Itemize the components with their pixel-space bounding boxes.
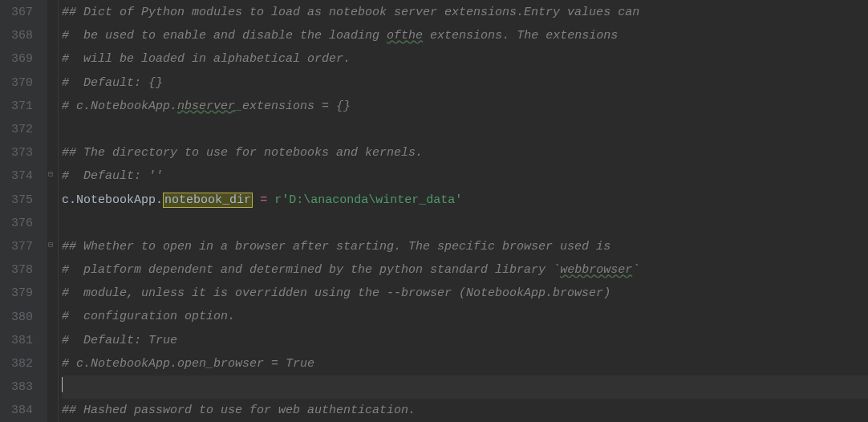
comment-text: # c.NotebookApp.open_browser = True	[62, 357, 314, 371]
code-editor[interactable]: 3673683693703713723733743753763773783793…	[0, 0, 868, 422]
identifier: NotebookApp	[76, 193, 156, 207]
comment-text: # module, unless it is overridden using …	[62, 286, 610, 300]
comment-text: # be used to enable and disable the load…	[62, 29, 618, 43]
code-line[interactable]	[62, 212, 868, 235]
line-number: 375	[11, 189, 33, 212]
code-line[interactable]: # platform dependent and determined by t…	[62, 258, 868, 282]
code-line[interactable]: ## Hashed password to use for web authen…	[62, 399, 868, 422]
line-number: 378	[11, 258, 33, 282]
comment-text: # Default: True	[62, 334, 177, 347]
comment-text: ## Dict of Python modules to load as not…	[62, 6, 639, 19]
string-literal: D:\anaconda\winter_data	[289, 193, 455, 207]
fold-marker-icon[interactable]: ⊟	[48, 241, 53, 250]
code-line[interactable]: # configuration option.	[62, 305, 868, 328]
comment-text: # will be loaded in alphabetical order.	[62, 52, 351, 66]
code-line[interactable]: # Default: ''	[62, 164, 868, 188]
line-number: 384	[11, 399, 33, 422]
comment-text: ## Whether to open in a browser after st…	[62, 240, 610, 254]
fold-column[interactable]: ⊟⊟	[47, 0, 59, 422]
line-number: 370	[11, 71, 33, 95]
comment-text: # c.NotebookApp.nbserver_extensions = {}	[62, 99, 351, 113]
fold-marker-icon[interactable]: ⊟	[48, 171, 53, 179]
line-number: 368	[11, 24, 33, 47]
code-line[interactable]: # be used to enable and disable the load…	[62, 24, 868, 47]
line-number-gutter: 3673683693703713723733743753763773783793…	[0, 0, 47, 422]
code-line[interactable]	[62, 118, 868, 141]
line-number: 371	[11, 95, 33, 118]
code-line[interactable]	[62, 375, 868, 399]
line-number: 367	[11, 1, 33, 24]
code-line[interactable]: # module, unless it is overridden using …	[62, 282, 868, 305]
comment-text: # platform dependent and determined by t…	[62, 263, 639, 277]
line-number: 381	[11, 329, 33, 352]
operator-assign: =	[260, 193, 267, 207]
code-line[interactable]: # Default: True	[62, 329, 868, 352]
comment-text: ## The directory to use for notebooks an…	[62, 146, 423, 160]
code-line[interactable]: ## Whether to open in a browser after st…	[62, 235, 868, 258]
line-number: 372	[11, 118, 33, 141]
code-line[interactable]: ## Dict of Python modules to load as not…	[62, 1, 868, 24]
identifier: c	[62, 193, 69, 207]
code-line[interactable]: # c.NotebookApp.nbserver_extensions = {}	[62, 95, 868, 118]
code-line[interactable]: c.NotebookApp.notebook_dir = r'D:\anacon…	[62, 189, 868, 212]
highlighted-identifier: notebook_dir	[163, 193, 253, 208]
code-line[interactable]: # will be loaded in alphabetical order.	[62, 47, 868, 71]
line-number: 379	[11, 282, 33, 305]
code-line[interactable]: ## The directory to use for notebooks an…	[62, 141, 868, 164]
line-number: 382	[11, 352, 33, 375]
comment-text: # configuration option.	[62, 310, 235, 323]
comment-text: # Default: ''	[62, 169, 163, 183]
text-caret	[62, 377, 63, 392]
code-area[interactable]: ## Dict of Python modules to load as not…	[59, 0, 868, 422]
code-line[interactable]: # Default: {}	[62, 71, 868, 95]
line-number: 369	[11, 47, 33, 71]
code-line[interactable]: # c.NotebookApp.open_browser = True	[62, 352, 868, 375]
line-number: 373	[11, 141, 33, 164]
line-number: 380	[11, 306, 33, 329]
comment-text: # Default: {}	[62, 76, 163, 90]
line-number: 377	[11, 235, 33, 258]
comment-text: ## Hashed password to use for web authen…	[62, 404, 416, 417]
line-number: 376	[11, 212, 33, 235]
line-number: 374	[11, 164, 33, 188]
line-number: 383	[11, 375, 33, 399]
string-prefix: r	[274, 193, 282, 207]
